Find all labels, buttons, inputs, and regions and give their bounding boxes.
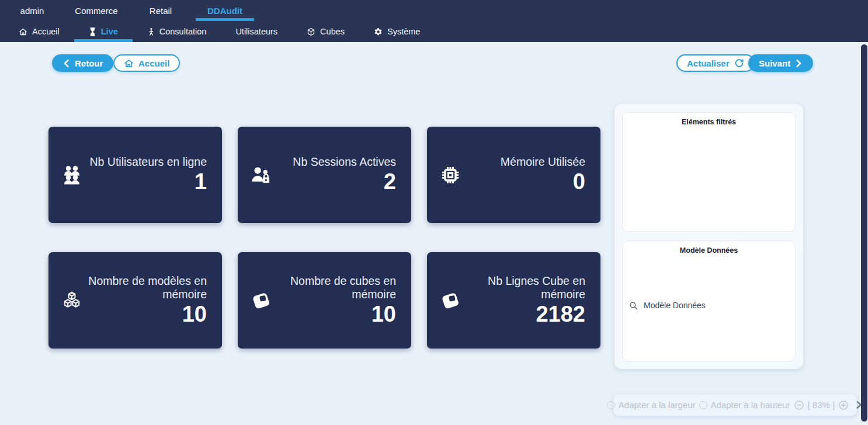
metric-title: Nb Lignes Cube en mémoire (462, 274, 585, 301)
nav-item-live[interactable]: Live (85, 21, 121, 42)
nav-item-label: Système (387, 27, 420, 36)
data-model-item[interactable]: Modèle Données (629, 301, 795, 310)
metric-value: 0 (501, 169, 585, 194)
nav-item-label: Live (101, 27, 118, 36)
data-model-item-label: Modèle Données (644, 301, 706, 310)
metric-value: 1 (89, 169, 207, 194)
nav-item-accueil[interactable]: Accueil (15, 21, 63, 42)
zoom-out-icon[interactable] (794, 400, 804, 410)
home-icon (19, 27, 27, 36)
metric-value: 10 (84, 301, 207, 327)
tab-label: admin (20, 6, 44, 16)
nav-item-label: Accueil (32, 27, 60, 36)
gear-icon (374, 27, 383, 36)
back-button-label: Retour (75, 58, 103, 68)
cube-3d-icon (249, 290, 273, 312)
fit-width-radio[interactable] (607, 401, 615, 409)
metric-card-active-sessions: Nb Sessions Actives 2 (238, 127, 411, 223)
top-navbar: admin Commerce Retail DDAudit (0, 0, 868, 21)
fit-height-radio[interactable] (699, 401, 707, 409)
metric-cards-grid: Nb Utilisateurs en ligne 1 Nb Sessions A… (48, 127, 600, 349)
back-button[interactable]: Retour (52, 54, 113, 72)
filtered-elements-title: Eléments filtrés (623, 113, 795, 126)
metric-value: 2 (293, 169, 396, 194)
zoom-level-value: [ 83% ] (808, 400, 835, 410)
metric-title: Nb Utilisateurs en ligne (89, 155, 207, 169)
cube-3d-icon (439, 290, 462, 312)
nav-item-systeme[interactable]: Système (370, 21, 423, 42)
zoom-toolbar: Adapter à la largeur Adapter à la hauteu… (613, 394, 857, 416)
metric-card-cubes-in-memory: Nombre de cubes en mémoire 10 (238, 252, 411, 349)
chevron-right-icon (795, 59, 803, 68)
next-button-label: Suivant (759, 58, 790, 68)
home-button[interactable]: Accueil (113, 54, 180, 72)
metric-card-models-in-memory: Nombre de modèles en mémoire 10 (48, 252, 222, 349)
home-icon (124, 58, 134, 68)
nav-item-label: Utilisateurs (235, 27, 277, 36)
nav-item-cubes[interactable]: Cubes (303, 21, 348, 42)
tab-retail[interactable]: Retail (129, 0, 193, 21)
search-icon (629, 301, 638, 310)
cpu-chip-icon (439, 165, 462, 186)
metric-card-users-online: Nb Utilisateurs en ligne 1 (48, 127, 222, 223)
sub-navbar: Accueil Live Consultation Utilisateurs C… (0, 21, 868, 42)
zoom-in-icon[interactable] (838, 400, 849, 410)
home-button-label: Accueil (138, 58, 169, 68)
tab-label: Commerce (75, 6, 117, 16)
metric-title: Nb Sessions Actives (293, 155, 396, 169)
tab-commerce[interactable]: Commerce (64, 0, 129, 21)
users-icon (60, 164, 84, 186)
tab-ddaudit[interactable]: DDAudit (193, 0, 257, 21)
metric-card-memory-used: Mémoire Utilisée 0 (427, 127, 600, 223)
consultation-icon (147, 27, 155, 36)
metric-title: Nombre de cubes en mémoire (273, 274, 396, 301)
app-window: admin Commerce Retail DDAudit Accueil Li… (0, 0, 868, 425)
tab-label: DDAudit (207, 6, 242, 16)
fit-width-label: Adapter à la largeur (619, 400, 696, 410)
next-button[interactable]: Suivant (748, 54, 813, 72)
tab-admin[interactable]: admin (0, 0, 64, 21)
data-model-card: Modèle Données Modèle Données (622, 241, 796, 361)
cubes-stack-icon (60, 290, 84, 312)
nav-item-label: Cubes (320, 27, 345, 36)
data-model-title: Modèle Données (623, 241, 795, 255)
fit-height-label: Adapter à la hauteur (711, 400, 790, 410)
hourglass-icon (89, 27, 96, 36)
tab-label: Retail (150, 6, 172, 16)
chevron-left-icon (63, 59, 70, 68)
filtered-elements-card: Eléments filtrés (622, 112, 796, 232)
metric-title: Nombre de modèles en mémoire (84, 274, 207, 301)
metric-value: 2182 (462, 301, 585, 327)
refresh-button[interactable]: Actualiser (676, 54, 755, 72)
nav-item-label: Consultation (159, 27, 207, 36)
active-subtab-indicator (74, 39, 133, 42)
side-panel: Eléments filtrés Modèle Données Modèle D… (614, 104, 803, 369)
nav-item-consultation[interactable]: Consultation (144, 21, 210, 42)
refresh-button-label: Actualiser (687, 58, 730, 68)
vertical-scrollbar-thumb[interactable] (861, 44, 867, 421)
metric-card-cube-rows-in-memory: Nb Lignes Cube en mémoire 2182 (427, 252, 600, 349)
user-lock-icon (249, 164, 273, 186)
metric-title: Mémoire Utilisée (501, 155, 585, 169)
cube-outline-icon (307, 27, 315, 36)
nav-item-utilisateurs[interactable]: Utilisateurs (232, 21, 281, 42)
metric-value: 10 (273, 301, 396, 327)
refresh-icon (734, 58, 744, 68)
